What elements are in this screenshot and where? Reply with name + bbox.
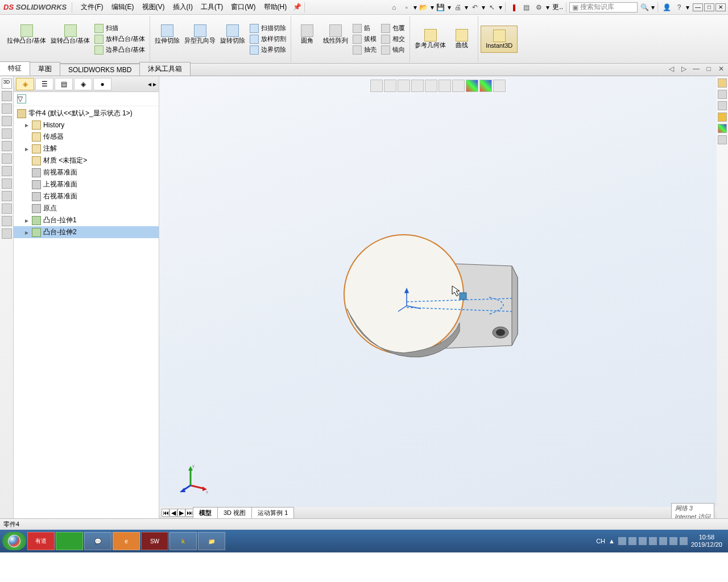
tab-model[interactable]: 模型 — [193, 507, 218, 519]
strip-icon-10[interactable] — [2, 203, 12, 214]
tab-mufeng[interactable]: 沐风工具箱 — [139, 62, 191, 76]
boundary-cut-button[interactable]: 边界切除 — [247, 45, 288, 55]
view-settings-icon[interactable] — [493, 80, 506, 92]
view-orient-icon[interactable] — [425, 80, 437, 92]
start-button[interactable] — [2, 532, 26, 550]
sw-resources-icon[interactable] — [718, 78, 727, 88]
tree-item[interactable]: 前视基准面 — [14, 167, 159, 178]
tab-nav[interactable]: ⏮◀▶⏭ — [162, 509, 193, 517]
3d-icon[interactable]: 3D — [2, 78, 12, 89]
strip-icon-11[interactable] — [2, 216, 12, 226]
tree-root[interactable]: 零件4 (默认<<默认>_显示状态 1>) — [14, 107, 159, 119]
strip-icon-5[interactable] — [2, 141, 12, 151]
tree-filter[interactable]: ▽ — [14, 92, 159, 106]
appearances-icon[interactable] — [718, 124, 727, 133]
tree-item[interactable]: 上视基准面 — [14, 178, 159, 190]
tray-volume-icon[interactable] — [669, 537, 677, 545]
zoom-area-icon[interactable] — [384, 80, 396, 92]
taskbar-app2[interactable] — [56, 532, 83, 550]
taskbar-wechat[interactable]: 💬 — [84, 532, 111, 550]
menu-view[interactable]: 视图(V) — [139, 1, 168, 13]
prev-view-icon[interactable] — [398, 80, 410, 92]
strip-icon-6[interactable] — [2, 153, 12, 164]
lang-indicator[interactable]: CH — [596, 538, 605, 544]
taskbar-youdao[interactable]: 有道 — [27, 532, 55, 550]
tab-motion[interactable]: 运动算例 1 — [251, 507, 294, 519]
tab-mbd[interactable]: SOLIDWORKS MBD — [60, 64, 140, 76]
search-knowledge-base[interactable]: ▣ 搜索知识库 — [569, 2, 638, 13]
tray-icon[interactable] — [659, 537, 667, 545]
tree-item[interactable]: 传感器 — [14, 131, 159, 143]
tray-icon[interactable] — [628, 537, 636, 545]
doc-prev-icon[interactable]: ◁ — [665, 63, 677, 74]
tree-tab-dim[interactable]: ◈ — [74, 78, 92, 90]
appearance-icon[interactable] — [466, 80, 478, 92]
open-icon[interactable]: 📂 — [418, 2, 429, 13]
strip-icon-8[interactable] — [2, 178, 12, 189]
rebuild-icon[interactable]: ❚ — [508, 2, 520, 13]
tree-item[interactable]: ▸History — [14, 119, 159, 131]
view-palette-icon[interactable] — [718, 113, 727, 122]
strip-icon-12[interactable] — [2, 228, 12, 239]
revolve-boss-button[interactable]: 旋转凸台/基体 — [48, 23, 92, 55]
pin-icon[interactable]: 📌 — [291, 1, 303, 13]
options-icon[interactable]: ▤ — [521, 2, 532, 13]
strip-icon-1[interactable] — [2, 91, 12, 101]
hide-show-icon[interactable] — [452, 80, 465, 92]
print-icon[interactable]: 🖨 — [452, 2, 464, 13]
tab-sketch[interactable]: 草图 — [30, 62, 60, 76]
scene-icon[interactable] — [479, 80, 492, 92]
select-icon[interactable]: ↖ — [486, 2, 498, 13]
close-button[interactable]: ✕ — [715, 3, 726, 11]
taskbar-explorer[interactable]: 📁 — [198, 532, 225, 550]
section-icon[interactable] — [411, 80, 424, 92]
tree-item[interactable]: 右视基准面 — [14, 190, 159, 202]
tree-tab-config[interactable]: ▤ — [55, 78, 73, 90]
sweep-button[interactable]: 扫描 — [92, 23, 147, 34]
taskbar-sw[interactable]: SW — [141, 532, 168, 550]
menu-edit[interactable]: 编辑(E) — [108, 1, 138, 13]
maximize-button[interactable]: □ — [704, 3, 714, 11]
loft-cut-button[interactable]: 放样切割 — [247, 34, 288, 44]
shell-button[interactable]: 抽壳 — [350, 45, 379, 55]
user-icon[interactable]: 👤 — [661, 2, 672, 13]
doc-next-icon[interactable]: ▷ — [678, 63, 689, 74]
tab-3dview[interactable]: 3D 视图 — [217, 507, 252, 519]
tree-tab-feature[interactable]: ◈ — [16, 78, 34, 90]
tree-tab-property[interactable]: ☰ — [35, 78, 53, 90]
curves-button[interactable]: 曲线 — [448, 28, 475, 50]
reference-geometry-button[interactable]: 参考几何体 — [412, 28, 448, 50]
extrude-cut-button[interactable]: 拉伸切除 — [152, 23, 182, 55]
doc-min-icon[interactable]: — — [690, 63, 702, 74]
tree-item[interactable]: 原点 — [14, 202, 159, 214]
tray-clock[interactable]: 10:58 2019/12/20 — [691, 534, 722, 548]
wrap-button[interactable]: 包覆 — [379, 23, 407, 34]
tree-item[interactable]: ▸注解 — [14, 143, 159, 155]
display-style-icon[interactable] — [439, 80, 451, 92]
menu-help[interactable]: 帮助(H) — [260, 1, 291, 13]
draft-button[interactable]: 拔模 — [350, 34, 379, 44]
tray-network-icon[interactable] — [680, 537, 688, 545]
tray-icon[interactable] — [649, 537, 657, 545]
tree-item[interactable]: ▸凸台-拉伸1 — [14, 214, 159, 226]
new-icon[interactable]: ▫ — [401, 2, 412, 13]
menu-window[interactable]: 窗口(W) — [228, 1, 259, 13]
extrude-boss-button[interactable]: 拉伸凸台/基体 — [5, 23, 48, 55]
menu-file[interactable]: 文件(F) — [77, 1, 106, 13]
zoom-fit-icon[interactable] — [370, 80, 383, 92]
undo-icon[interactable]: ↶ — [469, 2, 481, 13]
custom-props-icon[interactable] — [718, 135, 727, 144]
settings-icon[interactable]: ⚙ — [533, 2, 545, 13]
boundary-button[interactable]: 边界凸台/基体 — [92, 45, 147, 55]
hole-wizard-button[interactable]: 异型孔向导 — [182, 23, 218, 55]
search-icon[interactable]: 🔍 — [639, 2, 650, 13]
help-icon[interactable]: ? — [673, 2, 685, 13]
fillet-button[interactable]: 圆角 — [293, 23, 321, 55]
tray-icon[interactable] — [639, 537, 647, 545]
strip-icon-3[interactable] — [2, 116, 12, 126]
rib-button[interactable]: 筋 — [350, 23, 379, 34]
taskbar-app6[interactable]: 🚴 — [169, 532, 197, 550]
file-explorer-icon[interactable] — [718, 101, 727, 110]
doc-max-icon[interactable]: □ — [703, 63, 714, 74]
home-icon[interactable]: ⌂ — [388, 2, 400, 13]
